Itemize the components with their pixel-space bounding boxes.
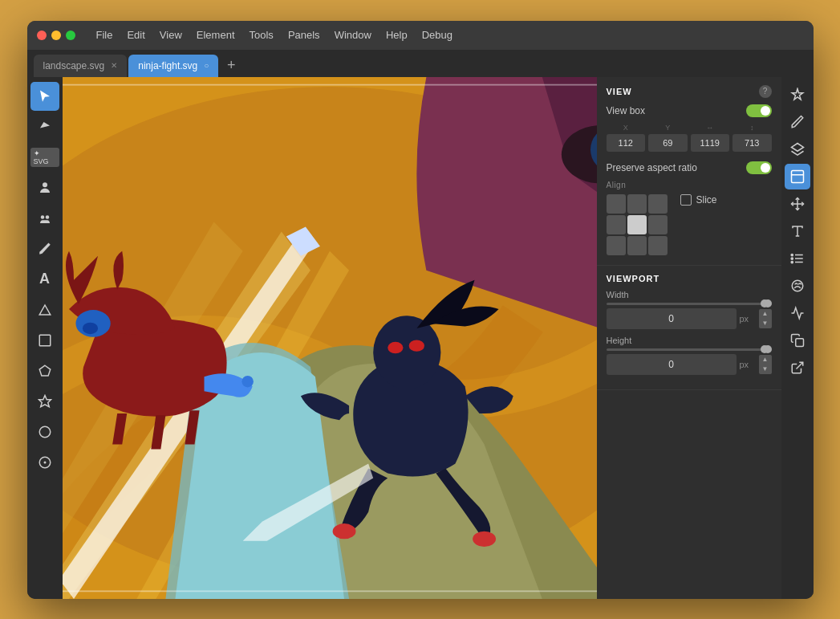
view-panel-header: VIEW ? bbox=[607, 85, 772, 98]
svg-marker-25 bbox=[791, 143, 803, 151]
rt-export[interactable] bbox=[785, 355, 810, 381]
tool-group[interactable] bbox=[30, 204, 59, 233]
tab-ninja-fight-close[interactable]: ○ bbox=[204, 61, 209, 70]
slice-checkbox[interactable] bbox=[680, 194, 692, 206]
rt-text[interactable] bbox=[785, 218, 810, 244]
width-step-down[interactable]: ▼ bbox=[759, 319, 772, 328]
tool-triangle[interactable] bbox=[30, 295, 59, 324]
tool-pentagon[interactable] bbox=[30, 356, 59, 385]
menu-debug[interactable]: Debug bbox=[416, 26, 459, 44]
svg-point-0 bbox=[43, 182, 47, 187]
svg-point-20 bbox=[473, 531, 496, 546]
tab-ninja-fight[interactable]: ninja-fight.svg ○ bbox=[128, 55, 218, 77]
viewbox-w-input[interactable] bbox=[691, 134, 730, 152]
align-mc[interactable] bbox=[627, 215, 647, 234]
tool-select[interactable] bbox=[30, 82, 59, 111]
rt-paint[interactable] bbox=[785, 82, 810, 108]
left-toolbar: ✦ SVG A bbox=[27, 77, 63, 599]
align-row-1 bbox=[607, 194, 668, 214]
align-mr[interactable] bbox=[648, 215, 668, 234]
menu-tools[interactable]: Tools bbox=[243, 26, 280, 44]
align-tc[interactable] bbox=[627, 194, 647, 214]
menu-help[interactable]: Help bbox=[379, 26, 414, 44]
viewbox-x-header: X bbox=[607, 124, 646, 132]
align-br[interactable] bbox=[648, 236, 668, 255]
close-button[interactable] bbox=[37, 31, 47, 40]
height-step-up[interactable]: ▲ bbox=[759, 355, 772, 364]
right-panel: VIEW ? View box X Y ↔ ↕ bbox=[597, 77, 781, 599]
slice-area: Slice bbox=[680, 194, 717, 206]
tab-landscape-close[interactable]: ✕ bbox=[111, 61, 117, 70]
viewbox-toggle[interactable] bbox=[746, 104, 772, 117]
view-panel-help[interactable]: ? bbox=[759, 85, 772, 98]
rt-move[interactable] bbox=[785, 191, 810, 217]
tab-landscape-label: landscape.svg bbox=[43, 60, 105, 71]
svg-badge-btn[interactable]: ✦ SVG bbox=[30, 143, 59, 172]
align-controls: Slice bbox=[607, 194, 772, 257]
canvas-area[interactable] bbox=[63, 77, 597, 599]
tool-pencil[interactable] bbox=[30, 234, 59, 263]
viewbox-x-input[interactable] bbox=[607, 134, 646, 152]
tool-text[interactable]: A bbox=[30, 265, 59, 294]
tool-circle[interactable] bbox=[30, 417, 59, 446]
artwork-svg bbox=[63, 77, 597, 599]
tool-star[interactable] bbox=[30, 387, 59, 416]
rt-pen[interactable] bbox=[785, 109, 810, 135]
width-unit: px bbox=[740, 314, 756, 324]
tool-spiral[interactable] bbox=[30, 448, 59, 477]
rt-view[interactable] bbox=[785, 164, 810, 189]
align-grid bbox=[607, 194, 668, 257]
svg-point-36 bbox=[791, 257, 793, 259]
height-slider[interactable] bbox=[607, 348, 772, 351]
menu-file[interactable]: File bbox=[90, 26, 120, 44]
align-bl[interactable] bbox=[607, 236, 626, 255]
tool-person[interactable] bbox=[30, 173, 59, 202]
rt-copy[interactable] bbox=[785, 328, 810, 353]
width-input-row: px ▲ ▼ bbox=[607, 308, 772, 329]
rt-mask[interactable] bbox=[785, 273, 810, 299]
menu-panels[interactable]: Panels bbox=[282, 26, 327, 44]
tool-node[interactable] bbox=[30, 112, 59, 141]
rt-list[interactable] bbox=[785, 246, 810, 271]
tab-ninja-fight-label: ninja-fight.svg bbox=[138, 60, 197, 71]
preserve-ar-toggle[interactable] bbox=[746, 161, 772, 174]
align-bc[interactable] bbox=[627, 236, 647, 255]
rt-layers[interactable] bbox=[785, 136, 810, 162]
viewbox-h-header: ↕ bbox=[732, 124, 772, 132]
height-input[interactable] bbox=[607, 354, 737, 375]
minimize-button[interactable] bbox=[51, 31, 61, 40]
menu-bar: File Edit View Element Tools Panels Wind… bbox=[90, 26, 459, 44]
width-slider[interactable] bbox=[607, 303, 772, 305]
maximize-button[interactable] bbox=[66, 31, 75, 40]
svg-line-40 bbox=[796, 362, 802, 369]
align-tl[interactable] bbox=[607, 194, 626, 214]
menu-view[interactable]: View bbox=[153, 26, 189, 44]
height-step-down[interactable]: ▼ bbox=[759, 364, 772, 374]
svg-point-16 bbox=[373, 316, 440, 389]
menu-edit[interactable]: Edit bbox=[120, 26, 151, 44]
svg-point-15 bbox=[241, 375, 253, 386]
menu-element[interactable]: Element bbox=[190, 26, 241, 44]
svg-point-1 bbox=[40, 215, 44, 219]
align-ml[interactable] bbox=[607, 215, 626, 234]
viewbox-toggle-row: View box bbox=[607, 104, 772, 117]
viewbox-inputs bbox=[607, 134, 772, 152]
tool-rect[interactable] bbox=[30, 326, 59, 355]
viewbox-y-input[interactable] bbox=[648, 134, 688, 152]
width-input[interactable] bbox=[607, 308, 737, 329]
tab-landscape[interactable]: landscape.svg ✕ bbox=[34, 55, 128, 77]
svg-point-35 bbox=[791, 254, 793, 255]
svg-point-17 bbox=[388, 341, 403, 352]
svg-point-18 bbox=[408, 340, 424, 351]
align-row-3 bbox=[607, 236, 668, 255]
align-tr[interactable] bbox=[648, 194, 668, 214]
align-label: Align bbox=[607, 181, 772, 189]
viewbox-h-input[interactable] bbox=[732, 134, 772, 152]
rt-chart[interactable] bbox=[785, 300, 810, 326]
viewport-header: Viewport bbox=[607, 274, 772, 283]
menu-window[interactable]: Window bbox=[328, 26, 378, 44]
height-stepper: ▲ ▼ bbox=[759, 355, 772, 374]
width-step-up[interactable]: ▲ bbox=[759, 309, 772, 319]
tab-add-button[interactable]: + bbox=[220, 55, 242, 77]
app-window: File Edit View Element Tools Panels Wind… bbox=[27, 21, 814, 599]
